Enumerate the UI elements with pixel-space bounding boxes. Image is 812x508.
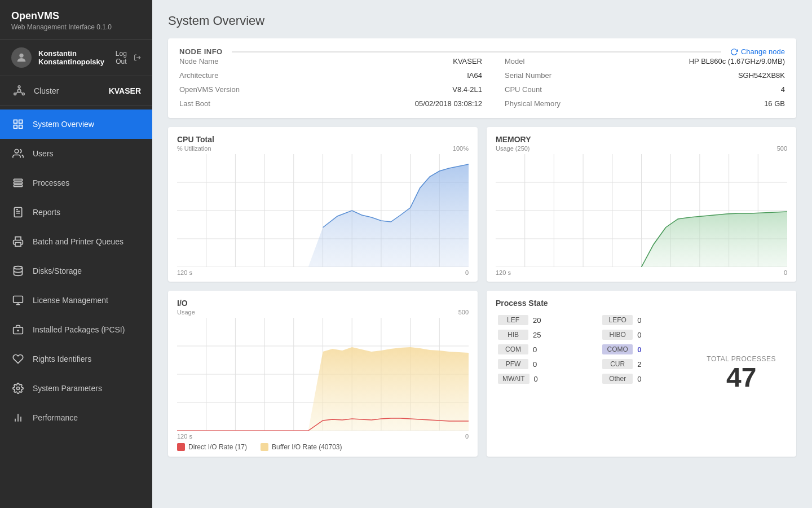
- svg-rect-23: [14, 296, 23, 303]
- cpu-count-label: CPU Count: [505, 85, 542, 94]
- cpu-time-start: 120 s: [177, 269, 192, 276]
- hibo-label: HIBO: [602, 330, 633, 340]
- io-chart-title: I/O: [177, 299, 469, 308]
- process-row-como: COMO 0: [600, 343, 695, 356]
- io-time-start: 120 s: [177, 433, 192, 440]
- mwait-label: MWAIT: [498, 374, 529, 384]
- svg-rect-21: [15, 243, 21, 247]
- memory-usage-label: Usage (250): [496, 145, 530, 152]
- batch-printer-icon: [11, 235, 25, 248]
- cpu-chart-area: [177, 154, 469, 267]
- nav-item-reports[interactable]: Reports: [0, 198, 152, 227]
- nav-item-installed-packages[interactable]: Installed Packages (PCSI): [0, 315, 152, 344]
- cpu-chart-card: CPU Total % Utilization 100%: [168, 127, 478, 282]
- reports-icon: [11, 205, 25, 219]
- nav-item-users[interactable]: Users: [0, 139, 152, 168]
- process-col-right: LEFO 0 HIBO 0 COMO 0 CUR: [600, 313, 695, 386]
- change-node-button[interactable]: Change node: [730, 47, 785, 56]
- serial-row: Serial Number SGH542XB8K: [505, 70, 785, 81]
- openvms-version-label: OpenVMS Version: [179, 85, 240, 94]
- lef-value: 20: [533, 316, 541, 325]
- svg-point-22: [14, 266, 23, 269]
- memory-chart-footer: 120 s 0: [496, 269, 787, 276]
- com-value: 0: [533, 345, 537, 354]
- nav-item-disks-storage[interactable]: Disks/Storage: [0, 256, 152, 286]
- process-state-rows: LEF 20 HIB 25 COM 0 PFW: [496, 313, 695, 386]
- process-row-mwait: MWAIT 0: [496, 372, 591, 386]
- io-chart-area: [177, 318, 469, 431]
- nav-label-system-parameters: System Parameters: [33, 384, 102, 393]
- nav-label-reports: Reports: [33, 208, 60, 217]
- avatar: [11, 47, 32, 68]
- memory-chart-title: MEMORY: [496, 135, 787, 144]
- processes-icon: [11, 176, 25, 190]
- node-info-card: NODE INFO Change node Node Name KVASER A…: [168, 38, 796, 118]
- nav-item-license-management[interactable]: License Management: [0, 286, 152, 315]
- cur-label: CUR: [602, 359, 633, 369]
- nav-label-batch-printer: Batch and Printer Queues: [33, 237, 123, 246]
- io-chart-card: I/O Usage 500: [168, 291, 478, 457]
- main-content: System Overview NODE INFO Change node No…: [152, 0, 812, 508]
- process-col-left: LEF 20 HIB 25 COM 0 PFW: [496, 313, 591, 386]
- process-row-lefo: LEFO 0: [600, 313, 695, 327]
- node-info-grid: Node Name KVASER Architecture IA64 OpenV…: [179, 56, 785, 109]
- page-title: System Overview: [168, 14, 796, 28]
- logout-button[interactable]: Log Out: [111, 50, 141, 65]
- nav-item-performance[interactable]: Performance: [0, 403, 152, 432]
- nav-item-system-parameters[interactable]: System Parameters: [0, 374, 152, 403]
- buffer-io-swatch: [261, 443, 268, 451]
- node-name-row: Node Name KVASER: [179, 56, 482, 67]
- cpu-utilization-label: % Utilization: [177, 145, 211, 152]
- last-boot-value: 05/02/2018 03:08:12: [415, 99, 482, 108]
- io-chart-footer: 120 s 0: [177, 433, 469, 440]
- process-state-card: Process State LEF 20 HIB 25 COM: [487, 291, 796, 457]
- mwait-value: 0: [534, 375, 538, 383]
- sidebar-nav: System Overview Users Processes Reports …: [0, 106, 152, 508]
- nav-label-installed-packages: Installed Packages (PCSI): [33, 325, 125, 334]
- cluster-label: Cluster: [34, 86, 102, 95]
- nav-item-processes[interactable]: Processes: [0, 168, 152, 198]
- total-processes-value: 47: [726, 363, 756, 393]
- memory-chart-area: [496, 154, 787, 267]
- io-usage-label: Usage: [177, 309, 195, 316]
- svg-point-0: [19, 54, 23, 58]
- como-label: COMO: [602, 344, 633, 354]
- hibo-value: 0: [637, 331, 641, 339]
- hib-label: HIB: [498, 330, 528, 340]
- process-state-title: Process State: [496, 299, 695, 308]
- performance-icon: [11, 411, 25, 424]
- svg-rect-15: [14, 182, 23, 183]
- lef-label: LEF: [498, 315, 528, 325]
- nav-label-performance: Performance: [33, 413, 78, 422]
- cpu-max-label: 100%: [453, 145, 469, 152]
- svg-point-29: [17, 387, 20, 390]
- physical-memory-row: Physical Memory 16 GB: [505, 98, 785, 109]
- process-row-other: Other 0: [600, 372, 695, 386]
- sidebar: OpenVMS Web Management Interface 0.1.0 K…: [0, 0, 152, 508]
- nav-item-rights-identifiers[interactable]: Rights Identifiers: [0, 344, 152, 374]
- nav-label-disks-storage: Disks/Storage: [33, 266, 82, 275]
- node-name-label: Node Name: [179, 57, 218, 65]
- svg-point-13: [15, 150, 19, 154]
- process-row-hibo: HIBO 0: [600, 328, 695, 341]
- process-row-cur: CUR 2: [600, 357, 695, 371]
- nav-item-system-overview[interactable]: System Overview: [0, 110, 152, 139]
- node-info-right: Model HP BL860c (1.67GHz/9.0MB) Serial N…: [482, 56, 785, 109]
- svg-rect-17: [14, 208, 21, 217]
- nav-item-batch-printer[interactable]: Batch and Printer Queues: [0, 227, 152, 256]
- other-value: 0: [637, 375, 641, 383]
- sidebar-header: OpenVMS Web Management Interface 0.1.0: [0, 0, 152, 40]
- svg-line-7: [20, 92, 23, 94]
- cpu-count-row: CPU Count 4: [505, 84, 785, 95]
- process-row-hib: HIB 25: [496, 328, 591, 341]
- node-info-header: NODE INFO Change node: [179, 47, 785, 56]
- serial-label: Serial Number: [505, 71, 551, 80]
- nav-label-users: Users: [33, 149, 54, 158]
- users-icon: [11, 147, 25, 160]
- legend-buffer-label: Buffer I/O Rate (40703): [272, 443, 342, 451]
- disks-storage-icon: [11, 264, 25, 278]
- last-boot-row: Last Boot 05/02/2018 03:08:12: [179, 98, 482, 109]
- nav-label-rights-identifiers: Rights Identifiers: [33, 354, 91, 364]
- app-version: Web Management Interface 0.1.0: [11, 23, 141, 31]
- legend-direct-io: Direct I/O Rate (17): [177, 443, 247, 451]
